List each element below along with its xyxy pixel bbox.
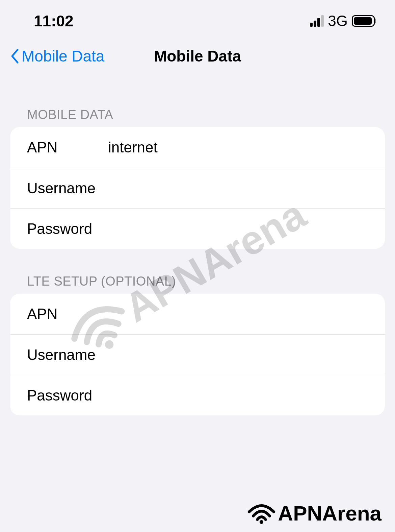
network-type: 3G bbox=[328, 13, 348, 29]
lte-apn-row[interactable]: APN bbox=[10, 294, 385, 334]
username-label: Username bbox=[27, 180, 108, 197]
cellular-signal-icon bbox=[310, 15, 324, 27]
status-bar: 11:02 3G bbox=[0, 0, 395, 42]
watermark-bottom-text: APNArena bbox=[278, 501, 381, 525]
back-label: Mobile Data bbox=[22, 47, 104, 65]
watermark-bottom: APNArena bbox=[247, 501, 381, 525]
settings-group-lte-setup: APN Username Password bbox=[10, 294, 385, 415]
apn-row[interactable]: APN bbox=[10, 127, 385, 168]
password-input[interactable] bbox=[108, 220, 368, 237]
apn-input[interactable] bbox=[108, 139, 368, 156]
lte-username-input[interactable] bbox=[108, 346, 368, 363]
apn-label: APN bbox=[27, 139, 108, 156]
section-header-mobile-data: MOBILE DATA bbox=[0, 79, 395, 127]
lte-username-label: Username bbox=[27, 346, 108, 363]
navigation-bar: Mobile Data Mobile Data bbox=[0, 42, 395, 79]
lte-password-label: Password bbox=[27, 387, 108, 404]
section-header-lte-setup: LTE SETUP (OPTIONAL) bbox=[0, 249, 395, 294]
settings-group-mobile-data: APN Username Password bbox=[10, 127, 385, 249]
wifi-icon bbox=[247, 502, 276, 524]
status-indicators: 3G bbox=[310, 13, 375, 29]
lte-password-input[interactable] bbox=[108, 387, 368, 404]
lte-username-row[interactable]: Username bbox=[10, 334, 385, 375]
lte-apn-label: APN bbox=[27, 306, 108, 322]
battery-icon bbox=[352, 15, 375, 27]
password-row[interactable]: Password bbox=[10, 208, 385, 249]
svg-point-1 bbox=[260, 520, 263, 524]
lte-password-row[interactable]: Password bbox=[10, 375, 385, 415]
username-input[interactable] bbox=[108, 180, 368, 197]
username-row[interactable]: Username bbox=[10, 168, 385, 208]
back-button[interactable]: Mobile Data bbox=[10, 47, 104, 65]
status-time: 11:02 bbox=[34, 12, 74, 30]
chevron-left-icon bbox=[10, 48, 20, 64]
page-title: Mobile Data bbox=[154, 47, 241, 65]
lte-apn-input[interactable] bbox=[108, 306, 368, 322]
password-label: Password bbox=[27, 220, 108, 237]
